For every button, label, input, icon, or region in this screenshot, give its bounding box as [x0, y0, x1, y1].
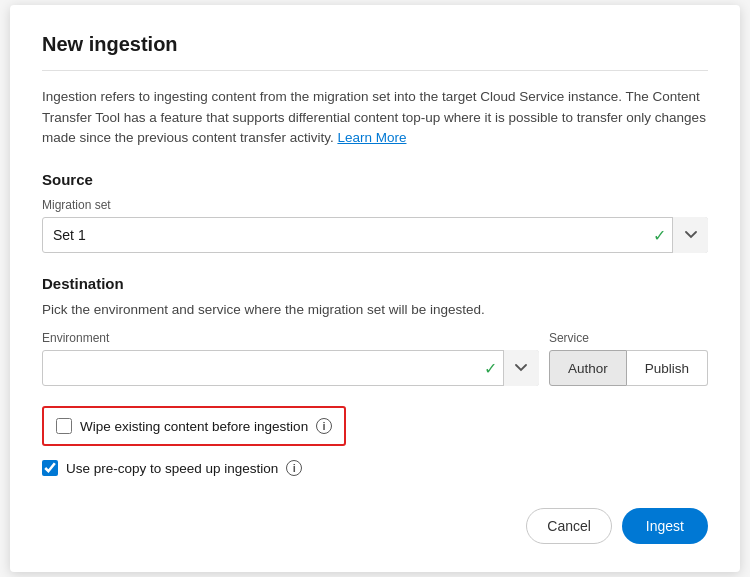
destination-section: Destination Pick the environment and ser… [42, 275, 708, 386]
wipe-content-label[interactable]: Wipe existing content before ingestion [80, 419, 308, 434]
service-buttons-group: Author Publish [549, 350, 708, 386]
environment-wrapper: ✓ [42, 350, 539, 386]
precopy-checkbox[interactable] [42, 460, 58, 476]
new-ingestion-modal: New ingestion Ingestion refers to ingest… [10, 5, 740, 573]
service-label: Service [549, 331, 708, 345]
source-section: Source Migration set ✓ [42, 171, 708, 253]
chevron-down-icon [685, 229, 697, 241]
migration-set-label: Migration set [42, 198, 708, 212]
destination-description: Pick the environment and service where t… [42, 302, 708, 317]
migration-set-wrapper: ✓ [42, 217, 708, 253]
ingest-button[interactable]: Ingest [622, 508, 708, 544]
precopy-label[interactable]: Use pre-copy to speed up ingestion [66, 461, 278, 476]
modal-description: Ingestion refers to ingesting content fr… [42, 87, 708, 150]
precopy-info-icon[interactable]: i [286, 460, 302, 476]
environment-input[interactable] [42, 350, 539, 386]
migration-set-dropdown-button[interactable] [672, 217, 708, 253]
cancel-button[interactable]: Cancel [526, 508, 612, 544]
destination-section-title: Destination [42, 275, 708, 292]
environment-dropdown-button[interactable] [503, 350, 539, 386]
modal-title: New ingestion [42, 33, 708, 56]
wipe-content-checkbox[interactable] [56, 418, 72, 434]
publish-button[interactable]: Publish [627, 350, 708, 386]
environment-label: Environment [42, 331, 539, 345]
source-section-title: Source [42, 171, 708, 188]
env-service-row: Environment ✓ Service A [42, 331, 708, 386]
environment-column: Environment ✓ [42, 331, 539, 386]
precopy-row: Use pre-copy to speed up ingestion i [42, 460, 708, 476]
learn-more-link[interactable]: Learn More [337, 130, 406, 145]
divider [42, 70, 708, 71]
migration-set-input[interactable] [42, 217, 708, 253]
wipe-content-row: Wipe existing content before ingestion i [42, 406, 346, 446]
service-column: Service Author Publish [549, 331, 708, 386]
author-button[interactable]: Author [549, 350, 627, 386]
env-chevron-down-icon [515, 362, 527, 374]
wipe-info-icon[interactable]: i [316, 418, 332, 434]
modal-footer: Cancel Ingest [42, 508, 708, 544]
